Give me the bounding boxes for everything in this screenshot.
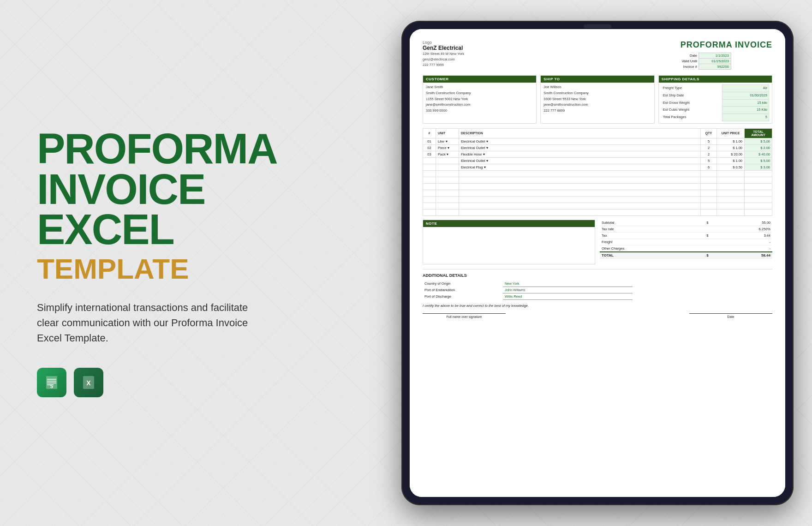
- totals-table: Subtotal $ 55.00 Tax rate 6.250% Tax: [600, 220, 772, 259]
- additional-title: ADDITIONAL DETAILS: [423, 273, 772, 278]
- item-total: $ 40.00: [745, 151, 772, 157]
- freight-type-value: Air: [722, 85, 769, 92]
- other-charges-label: Other Charges: [600, 245, 703, 252]
- item-desc: [459, 183, 701, 190]
- ship-to-name: Joe Willson: [543, 84, 651, 90]
- subtotal-value: 55.00: [712, 220, 772, 226]
- invoice-num-value: 992200: [699, 64, 731, 70]
- est-ship-date-label: Est Ship Date: [662, 92, 722, 99]
- excel-icon: X: [74, 368, 103, 397]
- est-cubic-weight-label: Est Cubic Weight: [662, 107, 722, 114]
- totals-section: Subtotal $ 55.00 Tax rate 6.250% Tax: [600, 220, 772, 264]
- item-unit-price: $ 1.00: [717, 157, 745, 164]
- pi-title: PROFORMA INVOICE: [681, 40, 772, 50]
- table-row: [423, 170, 772, 177]
- item-num: [423, 209, 436, 215]
- item-unit-price: $ 20.00: [717, 151, 745, 157]
- additional-details: ADDITIONAL DETAILS Country of Origin New…: [423, 269, 772, 318]
- valid-until-value: 01/15/2023: [699, 59, 731, 64]
- date-label: Date: [681, 53, 699, 59]
- item-unit: [436, 164, 459, 170]
- app-icons-row: S X: [37, 368, 258, 397]
- item-unit-price: $ 0.50: [717, 164, 745, 170]
- ship-to-box: SHIP TO Joe Willson Smith Construction C…: [540, 75, 654, 124]
- table-row: Electrical Outlet ▾ 5 $ 1.00 $ 5.00: [423, 157, 772, 164]
- item-total: $ 3.00: [745, 164, 772, 170]
- item-unit: Piece ▾: [436, 144, 459, 151]
- item-total: $ 5.00: [745, 157, 772, 164]
- item-desc: [459, 177, 701, 183]
- table-row: [423, 196, 772, 203]
- invoice-header: Logo GenZ Electrical 12th Street 49 W Ne…: [423, 40, 772, 70]
- tablet-frame: Logo GenZ Electrical 12th Street 49 W Ne…: [401, 21, 794, 505]
- signature-line: Full name over signature: [423, 313, 506, 318]
- ship-to-phone: 222 777 8899: [543, 108, 651, 114]
- tax-label: Tax: [600, 232, 703, 239]
- three-col-section: CUSTOMER Jane Smith Smith Construction C…: [423, 75, 772, 124]
- table-row: [423, 203, 772, 209]
- item-total: [745, 190, 772, 196]
- customer-name: Jane Smith: [426, 84, 533, 90]
- port-embarkation-label: Port of Embarkation: [423, 287, 503, 293]
- port-discharge-value: Willis Reed: [503, 293, 633, 299]
- tablet-device: Logo GenZ Electrical 12th Street 49 W Ne…: [401, 21, 794, 505]
- col-unit: UNIT: [436, 128, 459, 138]
- shipping-details-box: SHIPPING DETAILS Freight Type Air Est Sh…: [658, 75, 772, 124]
- item-desc: Electrical Plug ▾: [459, 164, 701, 170]
- ship-to-address: 3300 Street 5533 New York: [543, 96, 651, 102]
- total-label: TOTAL: [600, 252, 703, 259]
- port-embarkation-value: John Willams: [503, 287, 633, 293]
- freight-label: Freight: [600, 239, 703, 245]
- shipping-details-body: Freight Type Air Est Ship Date 01/30/202…: [659, 83, 772, 123]
- item-num: [423, 203, 436, 209]
- ship-to-body: Joe Willson Smith Construction Company 3…: [541, 83, 654, 116]
- item-unit: [436, 183, 459, 190]
- table-row: 01 Liter ▾ Electrical Outlet ▾ 5 $ 1.00 …: [423, 138, 772, 144]
- item-num: 01: [423, 138, 436, 144]
- item-desc: Electrical Outlet ▾: [459, 157, 701, 164]
- item-unit: [436, 170, 459, 177]
- item-unit-price: [717, 190, 745, 196]
- tablet-camera: [584, 24, 611, 28]
- item-unit: [436, 190, 459, 196]
- country-label: Country of Origin: [423, 281, 503, 287]
- title-invoice: INVOICE: [37, 169, 258, 209]
- item-total: [745, 177, 772, 183]
- svg-rect-1: [47, 379, 56, 380]
- company-info: Logo GenZ Electrical 12th Street 49 W Ne…: [423, 40, 464, 68]
- date-sig-line: Date: [689, 313, 772, 318]
- valid-until-label: Valid Until: [681, 59, 699, 64]
- item-unit-price: [717, 183, 745, 190]
- freight-type-label: Freight Type: [662, 85, 722, 92]
- item-unit: Liter ▾: [436, 138, 459, 144]
- left-panel: PROFORMA INVOICE EXCEL TEMPLATE Simplify…: [0, 0, 286, 526]
- item-num: [423, 183, 436, 190]
- item-desc: [459, 190, 701, 196]
- item-qty: 2: [701, 144, 717, 151]
- item-num: [423, 190, 436, 196]
- item-unit-price: [717, 170, 745, 177]
- item-unit: Pack ▾: [436, 151, 459, 157]
- invoice-num-label: Invoice #: [681, 64, 699, 70]
- table-row: 02 Piece ▾ Electrical Outlet ▾ 2 $ 1.00 …: [423, 144, 772, 151]
- item-unit-price: [717, 196, 745, 203]
- item-qty: [701, 177, 717, 183]
- item-desc: Electrical Outlet ▾: [459, 138, 701, 144]
- country-value: New York: [503, 281, 633, 287]
- date-value: 1/1/2023: [699, 53, 731, 59]
- title-proforma: PROFORMA: [37, 129, 258, 169]
- col-total-amount: TOTALAMOUNT: [745, 128, 772, 138]
- item-num: [423, 170, 436, 177]
- item-unit: [436, 203, 459, 209]
- ship-to-header: SHIP TO: [541, 76, 654, 83]
- invoice-content: Logo GenZ Electrical 12th Street 49 W Ne…: [410, 29, 785, 497]
- customer-body: Jane Smith Smith Construction Company 11…: [423, 83, 536, 116]
- item-num: [423, 177, 436, 183]
- col-unit-price: UNIT PRICE: [717, 128, 745, 138]
- shipping-details-header: SHIPPING DETAILS: [659, 76, 772, 83]
- item-qty: [701, 183, 717, 190]
- note-box: NOTE: [423, 220, 595, 264]
- item-qty: 6: [701, 164, 717, 170]
- item-unit-price: $ 1.00: [717, 144, 745, 151]
- signature-row: Full name over signature Date: [423, 313, 772, 318]
